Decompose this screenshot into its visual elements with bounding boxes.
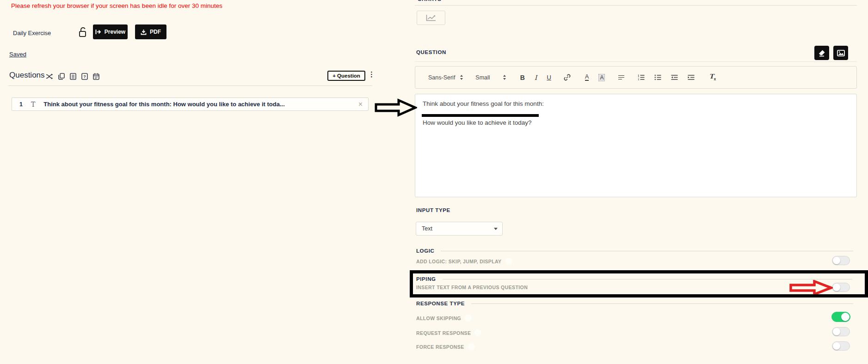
add-logic-toggle[interactable]: [832, 256, 850, 265]
align-icon[interactable]: [618, 74, 624, 81]
italic-button[interactable]: I: [535, 74, 537, 81]
richtext-toolbar: Sans-Serif Small B I U A A: [415, 66, 857, 89]
charts-heading: CHARTS: [418, 0, 442, 2]
response-type-divider: [471, 303, 853, 304]
clear-formatting-x: x: [714, 77, 716, 81]
font-family-select[interactable]: Sans-Serif: [428, 74, 463, 81]
allow-skipping-label: ALLOW SKIPPING: [416, 315, 472, 322]
add-logic-label: ADD LOGIC: SKIP, JUMP, DISPLAY: [416, 258, 512, 265]
pdf-download-icon: [141, 29, 147, 35]
charts-divider: [415, 5, 857, 6]
indent-icon[interactable]: [688, 74, 695, 80]
logic-divider: [441, 251, 853, 251]
font-family-value: Sans-Serif: [428, 74, 455, 81]
input-type-heading: INPUT TYPE: [416, 207, 450, 213]
survey-builder-screen: Please refresh your browser if your scre…: [0, 0, 868, 364]
survey-title: Daily Exercise: [13, 30, 51, 36]
logic-section-header: LOGIC: [416, 248, 853, 254]
font-size-select[interactable]: Small: [475, 74, 505, 81]
image-button[interactable]: [833, 46, 848, 60]
shuffle-icon[interactable]: [46, 73, 53, 79]
info-icon: [474, 329, 481, 336]
request-response-toggle[interactable]: [832, 327, 850, 336]
black-rectangle-annotation: [410, 270, 868, 297]
question-text-editor[interactable]: Think about your fitness goal for this m…: [415, 94, 857, 197]
updown-caret-icon: [503, 75, 506, 80]
force-response-toggle[interactable]: [832, 341, 850, 351]
pdf-button[interactable]: PDF: [135, 24, 166, 39]
info-icon: [468, 343, 475, 350]
questions-divider: [8, 85, 372, 86]
input-type-select[interactable]: Text: [416, 222, 503, 236]
image-icon: [837, 50, 845, 56]
highlight-color-button[interactable]: A: [598, 74, 605, 81]
chart-button[interactable]: [417, 11, 445, 25]
editor-line-1: Think about your fitness goal for this m…: [423, 100, 544, 107]
question-list-item[interactable]: 1 T Think about your fitness goal for th…: [12, 97, 369, 111]
black-underline-annotation: [422, 114, 539, 117]
idle-refresh-notice: Please refresh your browser if your scre…: [11, 2, 222, 9]
preview-button-label: Preview: [105, 29, 125, 35]
close-icon[interactable]: ×: [358, 100, 363, 109]
allow-skipping-toggle[interactable]: [831, 312, 850, 322]
ordered-list-icon[interactable]: [638, 74, 645, 80]
clear-formatting-t: T: [709, 73, 714, 80]
unlock-icon[interactable]: [79, 26, 88, 38]
text-type-icon: T: [31, 101, 35, 108]
questions-heading: Questions: [9, 71, 45, 80]
pdf-button-label: PDF: [150, 29, 161, 35]
line-chart-icon: [426, 14, 436, 21]
calendar-icon[interactable]: [93, 73, 99, 80]
bold-button[interactable]: B: [520, 74, 525, 81]
eraser-button[interactable]: [814, 46, 829, 60]
black-arrow-annotation: [375, 98, 417, 117]
underline-button[interactable]: U: [547, 74, 551, 81]
eraser-icon: [818, 49, 825, 57]
question-preview-text: Think about your fitness goal for this m…: [43, 101, 284, 108]
question-number: 1: [19, 101, 23, 108]
bullet-list-icon[interactable]: [654, 74, 661, 80]
response-type-heading: RESPONSE TYPE: [416, 301, 465, 306]
kebab-menu-icon[interactable]: ⋮: [368, 70, 375, 79]
text-color-button[interactable]: A: [585, 74, 589, 81]
add-question-button[interactable]: + Question: [327, 71, 365, 81]
info-icon: [465, 315, 472, 322]
question-heading: QUESTION: [416, 49, 446, 55]
document-icon[interactable]: [70, 73, 76, 80]
saved-link[interactable]: Saved: [9, 51, 26, 58]
logic-heading: LOGIC: [416, 248, 434, 254]
clear-formatting-button[interactable]: Tx: [709, 73, 716, 81]
updown-caret-icon: [460, 75, 463, 80]
link-icon[interactable]: [564, 74, 571, 81]
help-icon[interactable]: ?: [81, 73, 88, 80]
caret-down-icon: [494, 228, 498, 230]
info-icon: [505, 258, 512, 265]
preview-button[interactable]: Preview: [93, 24, 128, 39]
font-size-value: Small: [475, 74, 490, 81]
input-type-value: Text: [422, 225, 432, 232]
request-response-label: REQUEST RESPONSE: [416, 329, 481, 336]
question-section-divider: [415, 61, 857, 62]
preview-icon: [95, 29, 101, 35]
svg-text:?: ?: [83, 74, 86, 79]
outdent-icon[interactable]: [671, 74, 678, 80]
force-response-label: FORCE RESPONSE: [416, 343, 475, 350]
response-type-section-header: RESPONSE TYPE: [416, 301, 853, 306]
copy-icon[interactable]: [58, 73, 65, 80]
editor-line-2: How would you like to achieve it today?: [423, 119, 532, 126]
